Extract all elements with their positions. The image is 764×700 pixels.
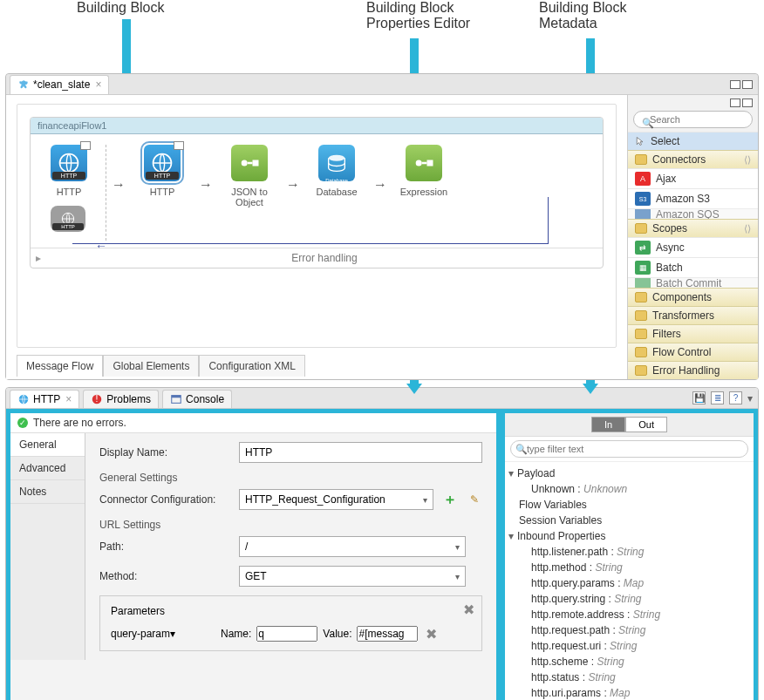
- metadata-tree[interactable]: ▾Payload Unknown : Unknown Flow Variable…: [505, 462, 754, 700]
- properties-editor: ✓ There are no errors. General Advanced …: [6, 409, 501, 700]
- url-settings-heading: URL Settings: [99, 519, 482, 531]
- tab-close-icon[interactable]: ×: [95, 78, 101, 91]
- palette-max-icon[interactable]: [742, 99, 753, 107]
- layout-icon[interactable]: ≣: [711, 391, 724, 404]
- tab-clean-slate[interactable]: *clean_slate ×: [10, 75, 109, 94]
- path-input[interactable]: /▾: [239, 536, 466, 557]
- maximize-icon[interactable]: [742, 80, 753, 89]
- node-http-request[interactable]: HTTP HTTP: [131, 145, 194, 197]
- flow-canvas[interactable]: financeapiFlow1 HTTP HTTP: [17, 104, 617, 348]
- drawer-transformers[interactable]: Transformers: [628, 306, 758, 324]
- method-label: Method:: [99, 570, 230, 582]
- folder-icon: [635, 365, 647, 376]
- ajax-icon: A: [635, 172, 651, 186]
- tab-configuration-xml[interactable]: Configuration XML: [199, 355, 304, 377]
- metadata-property[interactable]: http.status : String: [508, 669, 750, 685]
- metadata-property[interactable]: http.request.path : String: [508, 622, 750, 638]
- help-icon[interactable]: ?: [729, 391, 742, 404]
- globe-icon: [17, 393, 30, 405]
- palette-item-batch-commit[interactable]: Batch Commit: [628, 277, 758, 288]
- svg-point-6: [416, 160, 422, 167]
- method-select[interactable]: GET▾: [239, 566, 466, 587]
- props-tab-advanced[interactable]: Advanced: [10, 457, 85, 480]
- tab-title: *clean_slate: [33, 78, 90, 91]
- flow-arrow-icon: →: [373, 177, 387, 193]
- tab-message-flow[interactable]: Message Flow: [17, 355, 103, 377]
- palette-item-amazon-s3[interactable]: S3Amazon S3: [628, 188, 758, 208]
- drawer-scopes[interactable]: Scopes ⟨⟩: [628, 219, 758, 237]
- metadata-property[interactable]: http.request.uri : String: [508, 638, 750, 654]
- flow-arrow-icon: →: [286, 177, 300, 193]
- loop-arrow-icon: ←: [95, 239, 107, 253]
- props-tab-notes[interactable]: Notes: [10, 480, 85, 504]
- minimize-icon[interactable]: [730, 80, 740, 89]
- palette-item-ajax[interactable]: AAjax: [628, 168, 758, 188]
- drawer-flow-control[interactable]: Flow Control: [628, 343, 758, 361]
- palette-item-amazon-sqs[interactable]: Amazon SQS: [628, 208, 758, 219]
- drawer-error-handling[interactable]: Error Handling: [628, 361, 758, 379]
- parameters-heading: Parameters: [111, 605, 471, 617]
- canvas-tabs: Message Flow Global Elements Configurati…: [17, 355, 617, 377]
- param-name-input[interactable]: [256, 626, 317, 642]
- metadata-property[interactable]: http.query.string : String: [508, 591, 750, 607]
- tab-global-elements[interactable]: Global Elements: [103, 355, 199, 377]
- sqs-icon: [635, 208, 651, 219]
- drawer-filters[interactable]: Filters: [628, 324, 758, 343]
- remove-param-group-button[interactable]: ✖: [460, 601, 476, 617]
- bottom-panel: HTTP × ! Problems Console 💾 ≣ ? ▾ ✓ Ther…: [5, 387, 759, 700]
- menu-icon[interactable]: ▾: [747, 392, 753, 404]
- folder-icon: [635, 347, 647, 357]
- folder-icon: [635, 154, 647, 165]
- display-name-input[interactable]: [239, 442, 482, 463]
- remove-param-button[interactable]: ✖: [423, 626, 439, 642]
- flow-title: financeapiFlow1: [31, 118, 603, 134]
- bottom-tabs: HTTP × ! Problems Console 💾 ≣ ? ▾: [6, 388, 758, 409]
- label-metadata: Building Block Metadata: [539, 0, 627, 31]
- drawer-components[interactable]: Components: [628, 288, 758, 306]
- window-controls: [730, 80, 758, 89]
- close-icon[interactable]: ×: [65, 393, 72, 405]
- palette-select-tool[interactable]: Select: [628, 132, 758, 150]
- drawer-connectors[interactable]: Connectors ⟨⟩: [628, 150, 758, 168]
- metadata-filter-input[interactable]: [510, 440, 748, 458]
- save-icon[interactable]: 💾: [692, 391, 706, 404]
- error-handling-section[interactable]: ▸ Error handling: [31, 248, 603, 268]
- dropdown-icon: ▾: [455, 542, 460, 552]
- svg-rect-4: [253, 160, 259, 167]
- tab-problems[interactable]: ! Problems: [83, 390, 159, 408]
- param-value-input[interactable]: [357, 626, 418, 642]
- s3-icon: S3: [635, 192, 651, 206]
- tab-http-props[interactable]: HTTP ×: [10, 390, 79, 408]
- metadata-panel: In Out 🔍 ▾Payload Unknown : Unknown Flow…: [501, 409, 758, 700]
- out-tab[interactable]: Out: [625, 417, 667, 432]
- dropdown-icon: ▾: [423, 495, 427, 505]
- async-icon: ⇄: [635, 241, 651, 255]
- in-tab[interactable]: In: [591, 417, 625, 432]
- metadata-property[interactable]: http.method : String: [508, 560, 750, 575]
- param-value-label: Value:: [323, 628, 351, 640]
- metadata-property[interactable]: http.remote.address : String: [508, 607, 750, 622]
- add-config-button[interactable]: ＋: [442, 492, 458, 507]
- param-type-select[interactable]: query-param▾: [111, 628, 215, 640]
- expand-icon[interactable]: ▸: [31, 248, 46, 268]
- problems-icon: !: [91, 393, 103, 405]
- tab-console[interactable]: Console: [162, 390, 232, 408]
- error-status-bar: ✓ There are no errors.: [10, 413, 496, 433]
- palette-min-icon[interactable]: [730, 99, 740, 107]
- svg-point-5: [329, 155, 345, 161]
- node-database[interactable]: Database Database: [305, 145, 368, 197]
- cursor-icon: [635, 135, 645, 147]
- palette-item-batch[interactable]: ▦Batch: [628, 257, 758, 277]
- connector-config-select[interactable]: HTTP_Request_Configuration▾: [239, 489, 433, 510]
- metadata-property[interactable]: http.query.params : Map: [508, 575, 750, 591]
- metadata-property[interactable]: http.uri.params : Map: [508, 685, 750, 700]
- node-expression[interactable]: Expression: [392, 145, 455, 197]
- mule-icon: [17, 78, 30, 91]
- props-tab-general[interactable]: General: [10, 433, 85, 457]
- metadata-property[interactable]: http.scheme : String: [508, 654, 750, 669]
- metadata-property[interactable]: http.listener.path : String: [508, 544, 750, 560]
- palette-item-async[interactable]: ⇄Async: [628, 237, 758, 257]
- svg-point-3: [242, 160, 248, 167]
- general-settings-heading: General Settings: [99, 472, 482, 484]
- edit-config-button[interactable]: ✎: [467, 492, 482, 507]
